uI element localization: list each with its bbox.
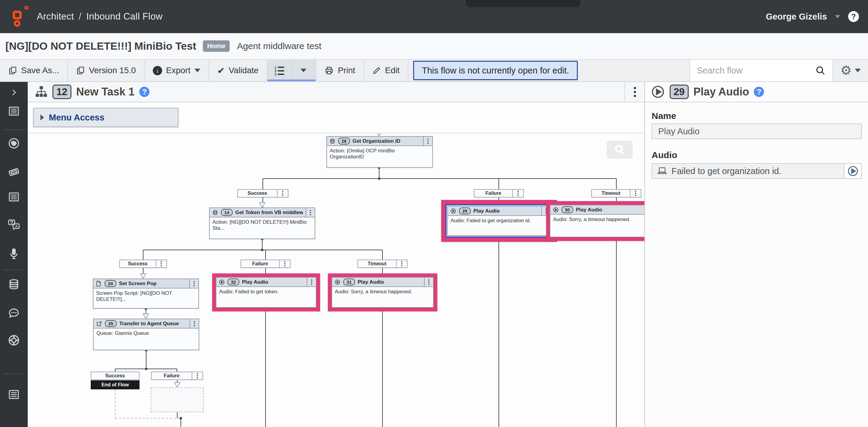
settings-button[interactable]: ⚙ <box>832 60 868 81</box>
search-flow-input[interactable] <box>697 66 815 75</box>
user-menu[interactable]: George Gizelis <box>766 12 827 22</box>
flow-node-32[interactable]: 32 Play Audio Audio: Failed to get token… <box>216 277 316 308</box>
toolbox-sidebar: A <box>0 82 28 427</box>
data-icon[interactable] <box>7 277 21 291</box>
panel-header: 29 Play Audio ? <box>645 82 868 102</box>
sidebar-divider <box>4 269 24 270</box>
branch-label-success[interactable]: Success <box>91 371 140 380</box>
branch-label-success[interactable]: Success <box>237 189 288 198</box>
flow-node-24[interactable]: 24 Set Screen Pop Screen Pop Script: [NG… <box>93 278 199 309</box>
flow-node-14[interactable]: 14 Get Token from VB middleware Action: … <box>209 207 315 239</box>
flow-node-29[interactable]: 29 Play Audio Audio: Failed to get organ… <box>447 206 551 236</box>
help-icon[interactable]: ? <box>848 11 859 22</box>
flow-subtitle: Agent middlware test <box>237 41 321 51</box>
flow-node-30[interactable]: 30 Play Audio Audio: Sorry, a timeout ha… <box>550 205 645 237</box>
printer-icon <box>324 66 334 75</box>
magnifier-icon <box>614 144 626 156</box>
flow-canvas[interactable]: 28 Get Organization ID Action: [Omilia] … <box>28 133 644 427</box>
svg-text:1: 1 <box>275 66 276 69</box>
user-area: George Gizelis ? <box>766 0 859 33</box>
breadcrumb: Architect/Inbound Call Flow <box>37 11 162 22</box>
toolbar: Save As... Version 15.0 ↓ Export ✔ Valid… <box>0 59 868 82</box>
workflow-tree-icon <box>35 86 48 98</box>
branch-menu-kebab[interactable] <box>630 190 641 197</box>
search-icon[interactable] <box>815 65 826 76</box>
menu-access-panel[interactable]: Menu Access <box>33 108 179 127</box>
sidebar-divider <box>4 130 24 130</box>
branch-menu-kebab[interactable] <box>156 260 166 267</box>
view-options-caret-button[interactable] <box>291 60 315 81</box>
support-lifesaver-icon[interactable] <box>7 334 21 347</box>
node-menu-kebab[interactable] <box>306 208 315 217</box>
branch-label-timeout[interactable]: Timeout <box>358 260 407 268</box>
audio-play-button[interactable] <box>844 163 862 179</box>
end-of-flow-terminal: End of Flow <box>91 380 140 389</box>
node-number-badge: 14 <box>221 209 233 216</box>
numbered-list-button[interactable]: 1 2 3 <box>267 60 291 81</box>
globe-icon[interactable] <box>7 137 21 150</box>
node-number-badge: 29 <box>459 207 471 215</box>
home-badge: Home <box>203 40 230 52</box>
flow-node-25[interactable]: 25 Transfer to Agent Queue Queue: Gianni… <box>93 319 199 350</box>
node-menu-kebab[interactable] <box>424 277 433 286</box>
language-translate-icon[interactable]: A <box>7 218 21 231</box>
export-button[interactable]: ↓ Export <box>145 60 209 81</box>
task-number-badge: 12 <box>53 85 71 99</box>
edit-button[interactable]: Edit <box>364 60 408 81</box>
chat-icon[interactable] <box>7 306 21 320</box>
script-tag-icon[interactable] <box>7 165 21 178</box>
flow-node-28[interactable]: 28 Get Organization ID Action: [Omilia] … <box>327 136 433 168</box>
search-flow-box <box>689 60 832 81</box>
microphone-icon[interactable] <box>7 247 21 260</box>
branch-menu-kebab[interactable] <box>513 190 523 197</box>
pencil-icon <box>372 66 381 75</box>
branch-label-success[interactable]: Success <box>119 260 167 268</box>
breadcrumb-flow-type: Inbound Call Flow <box>86 11 162 22</box>
branch-menu-kebab[interactable] <box>279 260 290 267</box>
export-download-icon: ↓ <box>153 66 162 75</box>
chevron-down-icon <box>855 69 861 72</box>
copy-icon <box>8 66 17 75</box>
audio-field[interactable]: Failed to get organization id. <box>652 163 844 179</box>
branch-label-failure[interactable]: Failure <box>151 371 203 380</box>
node-menu-kebab[interactable] <box>190 319 198 328</box>
branch-label-failure[interactable]: Failure <box>241 260 290 268</box>
svg-text:3: 3 <box>275 73 276 76</box>
print-button[interactable]: Print <box>316 60 364 81</box>
validate-button[interactable]: ✔ Validate <box>209 60 267 81</box>
chevron-down-icon <box>194 69 200 72</box>
version-button[interactable]: Version 15.0 <box>68 60 145 81</box>
reusable-tasks-icon[interactable] <box>7 104 21 118</box>
panel-help-icon[interactable]: ? <box>754 87 764 97</box>
branch-menu-kebab[interactable] <box>277 190 288 197</box>
breadcrumb-app[interactable]: Architect <box>37 11 74 22</box>
audio-field-row: Failed to get organization id. <box>652 163 862 179</box>
branch-label-failure[interactable]: Failure <box>474 189 524 198</box>
node-menu-kebab[interactable] <box>189 279 198 288</box>
node-menu-kebab[interactable] <box>307 277 316 286</box>
sidebar-divider <box>4 373 24 374</box>
canvas-zoom-button[interactable] <box>607 141 632 159</box>
task-menu-kebab[interactable] <box>624 82 644 102</box>
notes-icon[interactable] <box>7 388 21 401</box>
search-highlight: 29 Play Audio Audio: Failed to get organ… <box>441 200 557 242</box>
menu-strip: Menu Access <box>28 102 644 133</box>
name-field[interactable]: Play Audio <box>652 124 862 139</box>
expand-sidebar-icon[interactable] <box>7 86 21 99</box>
selection-ring: 29 Play Audio Audio: Failed to get organ… <box>445 204 553 238</box>
task-list-icon[interactable] <box>7 190 21 203</box>
empty-drop-placeholder[interactable] <box>151 387 204 412</box>
branch-menu-kebab[interactable] <box>192 372 203 380</box>
tts-computer-icon <box>657 167 667 175</box>
node-menu-kebab[interactable] <box>423 137 432 145</box>
branch-label-timeout[interactable]: Timeout <box>591 189 641 198</box>
save-as-button[interactable]: Save As... <box>0 60 68 81</box>
play-audio-icon <box>335 279 341 285</box>
chevron-down-icon[interactable] <box>835 15 840 19</box>
node-number-badge: 28 <box>338 138 350 144</box>
branch-menu-kebab[interactable] <box>396 260 407 267</box>
transfer-icon <box>96 321 102 327</box>
flow-node-31[interactable]: 31 Play Audio Audio: Sorry, a timeout ha… <box>332 277 434 308</box>
task-help-icon[interactable]: ? <box>139 87 150 97</box>
name-label: Name <box>652 111 676 121</box>
